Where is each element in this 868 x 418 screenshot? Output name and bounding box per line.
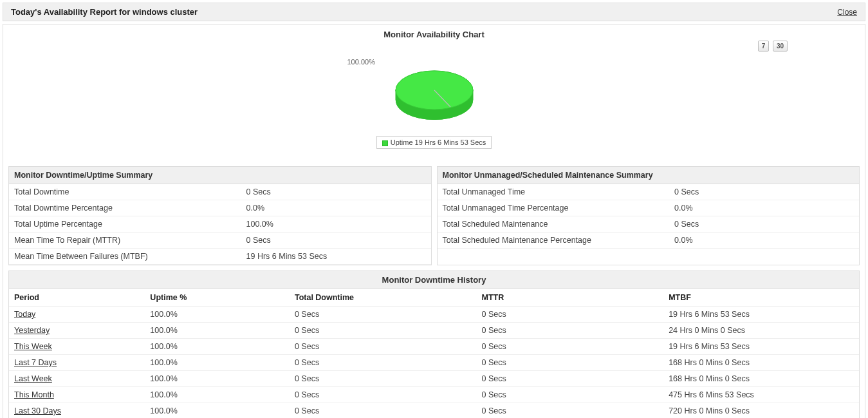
downtime-uptime-summary-title: Monitor Downtime/Uptime Summary	[9, 167, 431, 184]
summary-label: Total Scheduled Maintenance Percentage	[438, 233, 670, 249]
history-col-mttr: MTTR	[477, 289, 664, 307]
history-mtbf: 168 Hrs 0 Mins 0 Secs	[663, 355, 859, 371]
summary-value: 0 Secs	[669, 184, 859, 200]
availability-chart: 100.00% Uptime 19 Hrs 6 Mins 53 Secs	[3, 52, 865, 161]
summary-label: Total Downtime Percentage	[9, 200, 241, 216]
history-period-link[interactable]: Yesterday	[14, 326, 50, 335]
history-mttr: 0 Secs	[477, 339, 664, 355]
history-period-link[interactable]: Last 30 Days	[14, 406, 61, 415]
history-uptime: 100.0%	[145, 323, 290, 339]
history-uptime: 100.0%	[145, 387, 290, 403]
history-downtime: 0 Secs	[290, 355, 477, 371]
history-uptime: 100.0%	[145, 339, 290, 355]
history-row: This Week100.0%0 Secs0 Secs19 Hrs 6 Mins…	[9, 339, 859, 355]
history-downtime: 0 Secs	[290, 387, 477, 403]
history-mtbf: 19 Hrs 6 Mins 53 Secs	[663, 339, 859, 355]
history-mttr: 0 Secs	[477, 355, 664, 371]
downtime-uptime-summary-panel: Monitor Downtime/Uptime Summary Total Do…	[8, 166, 432, 265]
history-mtbf: 19 Hrs 6 Mins 53 Secs	[663, 307, 859, 323]
timerange-30-button[interactable]: 30	[773, 41, 788, 52]
summary-value: 0 Secs	[241, 184, 431, 200]
summary-row: Total Scheduled Maintenance0 Secs	[438, 216, 860, 233]
history-mttr: 0 Secs	[477, 323, 664, 339]
chart-title: Monitor Availability Chart	[3, 24, 865, 42]
summary-value: 0 Secs	[241, 233, 431, 249]
history-mttr: 0 Secs	[477, 371, 664, 387]
pie-slice-label: 100.00%	[347, 58, 375, 66]
maintenance-summary-title: Monitor Unmanaged/Scheduled Maintenance …	[438, 167, 860, 184]
summary-row: Total Downtime Percentage0.0%	[9, 200, 431, 216]
summary-row: Total Unmanaged Time0 Secs	[438, 184, 860, 200]
history-uptime: 100.0%	[145, 403, 290, 419]
summary-row: Mean Time Between Failures (MTBF)19 Hrs …	[9, 249, 431, 265]
history-col-downtime: Total Downtime	[290, 289, 477, 307]
downtime-history-title: Monitor Downtime History	[9, 271, 859, 289]
summary-row: Mean Time To Repair (MTTR)0 Secs	[9, 233, 431, 249]
summary-row: Total Downtime0 Secs	[9, 184, 431, 200]
history-row: Last Week100.0%0 Secs0 Secs168 Hrs 0 Min…	[9, 371, 859, 387]
history-mtbf: 24 Hrs 0 Mins 0 Secs	[663, 323, 859, 339]
pie-icon	[386, 54, 483, 131]
history-downtime: 0 Secs	[290, 323, 477, 339]
history-mtbf: 168 Hrs 0 Mins 0 Secs	[663, 371, 859, 387]
history-downtime: 0 Secs	[290, 403, 477, 419]
summary-row: Total Scheduled Maintenance Percentage0.…	[438, 233, 860, 249]
history-mttr: 0 Secs	[477, 307, 664, 323]
summary-value: 0 Secs	[669, 216, 859, 233]
history-uptime: 100.0%	[145, 355, 290, 371]
legend-label: Uptime 19 Hrs 6 Mins 53 Secs	[391, 138, 486, 146]
history-row: Last 7 Days100.0%0 Secs0 Secs168 Hrs 0 M…	[9, 355, 859, 371]
history-uptime: 100.0%	[145, 307, 290, 323]
downtime-history-panel: Monitor Downtime History Period Uptime %…	[8, 271, 860, 418]
history-downtime: 0 Secs	[290, 307, 477, 323]
summary-row: Total Unmanaged Time Percentage0.0%	[438, 200, 860, 216]
summary-label: Total Scheduled Maintenance	[438, 216, 670, 233]
summary-label: Total Unmanaged Time	[438, 184, 670, 200]
report-body: Monitor Availability Chart 7 30 100.00% …	[3, 24, 865, 418]
history-col-period: Period	[9, 289, 145, 307]
summary-label: Mean Time To Repair (MTTR)	[9, 233, 241, 249]
history-period-link[interactable]: This Week	[14, 342, 52, 351]
summary-label: Total Uptime Percentage	[9, 216, 241, 233]
summary-value: 0.0%	[669, 233, 859, 249]
history-period-link[interactable]: Last 7 Days	[14, 358, 57, 367]
history-period-link[interactable]: Last Week	[14, 374, 52, 383]
legend-swatch-icon	[382, 140, 388, 146]
history-uptime: 100.0%	[145, 371, 290, 387]
history-col-uptime: Uptime %	[145, 289, 290, 307]
summary-value: 100.0%	[241, 216, 431, 233]
summary-label: Total Unmanaged Time Percentage	[438, 200, 670, 216]
history-row: Yesterday100.0%0 Secs0 Secs24 Hrs 0 Mins…	[9, 323, 859, 339]
history-row: This Month100.0%0 Secs0 Secs475 Hrs 6 Mi…	[9, 387, 859, 403]
timerange-7-button[interactable]: 7	[758, 41, 770, 52]
history-downtime: 0 Secs	[290, 339, 477, 355]
history-mtbf: 475 Hrs 6 Mins 53 Secs	[663, 387, 859, 403]
history-period-link[interactable]: Today	[14, 310, 35, 319]
summary-value: 19 Hrs 6 Mins 53 Secs	[241, 249, 431, 265]
history-mttr: 0 Secs	[477, 403, 664, 419]
summary-value: 0.0%	[241, 200, 431, 216]
chart-legend: Uptime 19 Hrs 6 Mins 53 Secs	[376, 136, 492, 149]
summary-label: Total Downtime	[9, 184, 241, 200]
history-row: Last 30 Days100.0%0 Secs0 Secs720 Hrs 0 …	[9, 403, 859, 419]
history-col-mtbf: MTBF	[663, 289, 859, 307]
summary-label: Mean Time Between Failures (MTBF)	[9, 249, 241, 265]
summary-value: 0.0%	[669, 200, 859, 216]
maintenance-summary-panel: Monitor Unmanaged/Scheduled Maintenance …	[437, 166, 860, 265]
history-period-link[interactable]: This Month	[14, 390, 54, 399]
timerange-buttons: 7 30	[3, 41, 865, 52]
history-row: Today100.0%0 Secs0 Secs19 Hrs 6 Mins 53 …	[9, 307, 859, 323]
history-mttr: 0 Secs	[477, 387, 664, 403]
close-link[interactable]: Close	[837, 8, 857, 17]
history-downtime: 0 Secs	[290, 371, 477, 387]
report-header: Today's Availability Report for windows …	[3, 3, 865, 21]
summary-row: Total Uptime Percentage100.0%	[9, 216, 431, 233]
page-title: Today's Availability Report for windows …	[11, 7, 198, 17]
history-mtbf: 720 Hrs 0 Mins 0 Secs	[663, 403, 859, 419]
